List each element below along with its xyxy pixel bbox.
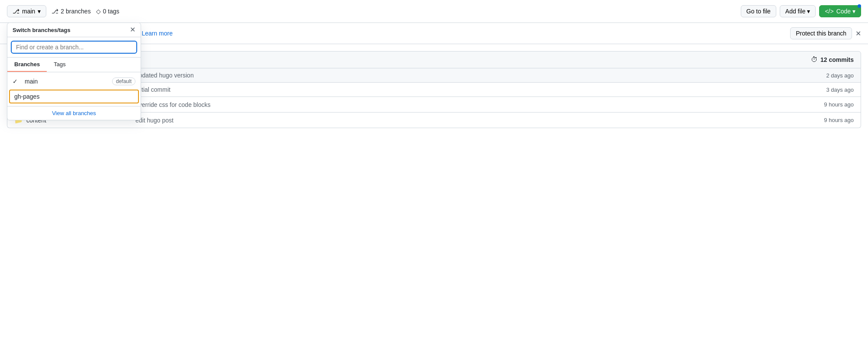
learn-more-link[interactable]: Learn more xyxy=(141,30,173,37)
commit-msg-cell: updated hugo version xyxy=(135,72,793,79)
notification-dot xyxy=(858,4,861,8)
toolbar-actions: Go to file Add file ▾ </> Code ▾ xyxy=(741,5,861,17)
dropdown-tabs: Branches Tags xyxy=(7,58,141,72)
dropdown-title: Switch branches/tags xyxy=(13,27,71,33)
goto-file-button[interactable]: Go to file xyxy=(741,5,776,17)
commit-msg-cell: override css for code blocks xyxy=(135,101,793,108)
branch-item-main[interactable]: ✓ main default xyxy=(7,74,141,89)
protect-branch-button[interactable]: Protect this branch xyxy=(790,27,852,39)
branch-count-icon: ⎇ xyxy=(51,8,58,15)
view-all-branches-link[interactable]: View all branches xyxy=(7,106,141,120)
dropdown-search-area xyxy=(7,37,141,58)
dropdown-close-button[interactable]: ✕ xyxy=(130,26,135,33)
branch-name-main: main xyxy=(25,78,38,85)
commits-count-area: ⏱ 12 commits xyxy=(811,56,854,64)
chevron-down-icon: ▾ xyxy=(38,8,41,15)
branch-name: main xyxy=(22,8,35,15)
tab-tags[interactable]: Tags xyxy=(47,58,72,72)
file-time-cell: 9 hours ago xyxy=(793,101,854,108)
tags-link[interactable]: ◇ 0 tags xyxy=(96,8,119,15)
banner-actions: Protect this branch ✕ xyxy=(790,27,861,39)
branch-selector-button[interactable]: ⎇ main ▾ xyxy=(7,5,46,17)
branch-name-gh-pages: gh-pages xyxy=(14,93,39,100)
commits-count-link[interactable]: 12 commits xyxy=(820,56,854,63)
file-time-cell: 2 days ago xyxy=(793,72,854,79)
tag-icon: ◇ xyxy=(96,8,101,15)
commit-msg-cell: initial commit xyxy=(135,86,793,93)
commit-msg-cell: edit hugo post xyxy=(135,117,793,124)
check-icon: ✓ xyxy=(13,78,18,85)
tags-count-label: 0 tags xyxy=(103,8,119,15)
code-icon: </> xyxy=(825,8,833,15)
branches-link[interactable]: ⎇ 2 branches xyxy=(51,8,90,15)
banner-close-button[interactable]: ✕ xyxy=(855,29,861,38)
file-time-cell: 3 days ago xyxy=(793,87,854,93)
branch-list: ✓ main default gh-pages xyxy=(7,72,141,106)
add-file-button[interactable]: Add file ▾ xyxy=(780,5,816,17)
branch-item-gh-pages[interactable]: gh-pages xyxy=(9,90,139,103)
file-time-cell: 9 hours ago xyxy=(793,117,854,123)
branch-search-input[interactable] xyxy=(11,41,137,54)
branch-icon: ⎇ xyxy=(13,8,19,15)
code-button[interactable]: </> Code ▾ xyxy=(819,5,861,17)
dropdown-header: Switch branches/tags ✕ xyxy=(7,23,141,37)
default-badge: default xyxy=(112,77,135,85)
history-icon: ⏱ xyxy=(811,56,818,64)
branch-dropdown: Switch branches/tags ✕ Branches Tags ✓ m… xyxy=(7,23,141,120)
toolbar: ⎇ main ▾ ⎇ 2 branches ◇ 0 tags Go to fil… xyxy=(0,0,868,23)
branches-count-label: 2 branches xyxy=(61,8,90,15)
tab-branches[interactable]: Branches xyxy=(7,58,47,72)
